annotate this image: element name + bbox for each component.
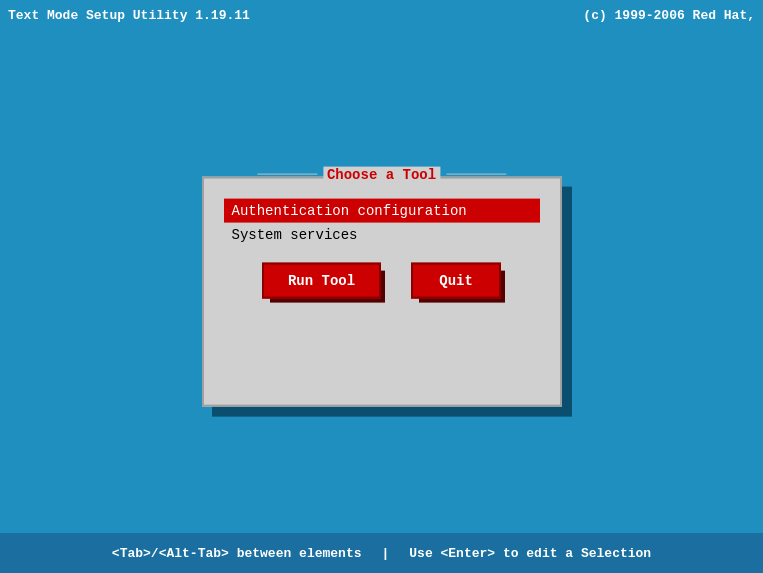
title-line-left xyxy=(257,174,317,175)
copyright: (c) 1999-2006 Red Hat, xyxy=(583,8,755,23)
hint-enter: Use <Enter> to edit a Selection xyxy=(409,546,651,561)
dialog-box: Choose a Tool Authentication configurati… xyxy=(202,176,562,406)
run-tool-button[interactable]: Run Tool xyxy=(262,262,381,298)
bottom-bar: <Tab>/<Alt-Tab> between elements | Use <… xyxy=(0,533,763,573)
list-item-auth[interactable]: Authentication configuration xyxy=(224,198,540,222)
app-title: Text Mode Setup Utility 1.19.11 xyxy=(8,8,250,23)
dialog-wrapper: Choose a Tool Authentication configurati… xyxy=(202,176,562,406)
quit-button[interactable]: Quit xyxy=(411,262,501,298)
hint-separator: | xyxy=(381,546,389,561)
tool-list: Authentication configuration System serv… xyxy=(224,198,540,246)
list-item-services[interactable]: System services xyxy=(224,222,540,246)
hint-tab: <Tab>/<Alt-Tab> between elements xyxy=(112,546,362,561)
dialog-title-bar: Choose a Tool xyxy=(257,166,506,182)
top-bar: Text Mode Setup Utility 1.19.11 (c) 1999… xyxy=(0,0,763,30)
title-line-right xyxy=(446,174,506,175)
dialog-title: Choose a Tool xyxy=(323,166,440,182)
dialog-buttons: Run Tool Quit xyxy=(204,262,560,298)
